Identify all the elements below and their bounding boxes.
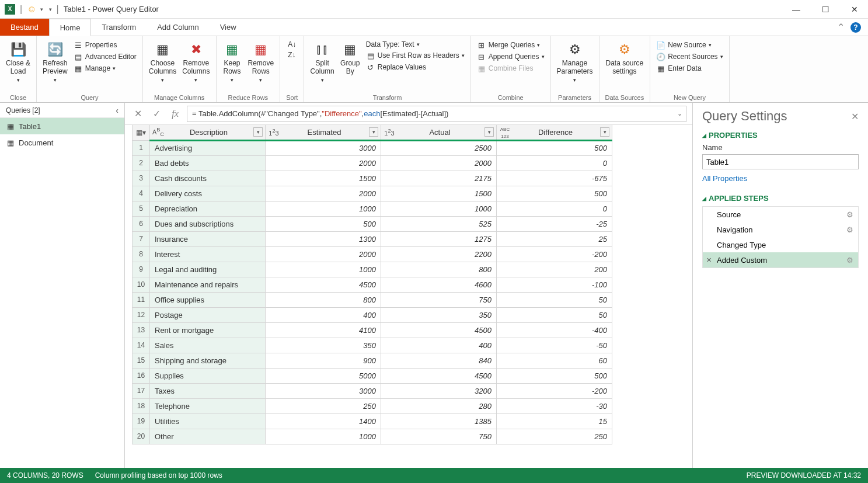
cell-estimated[interactable]: 2000 (266, 246, 381, 262)
recent-sources-button[interactable]: 🕘Recent Sources ▾ (656, 51, 723, 62)
split-column-button[interactable]: ⫿⫿Split Column▾ (310, 39, 334, 83)
row-number[interactable]: 11 (133, 292, 150, 307)
formula-input[interactable]: = Table.AddColumn(#"Changed Type", "Diff… (187, 106, 686, 122)
cell-description[interactable]: Shipping and storage (150, 353, 266, 368)
row-number[interactable]: 3 (133, 171, 150, 186)
applied-steps-header[interactable]: APPLIED STEPS (702, 194, 859, 203)
cell-actual[interactable]: 3200 (381, 383, 497, 398)
cell-actual[interactable]: 4500 (381, 322, 497, 338)
cancel-formula-button[interactable]: ✕ (131, 107, 145, 121)
cell-difference[interactable]: -30 (497, 398, 612, 413)
cell-estimated[interactable]: 400 (266, 307, 381, 322)
row-number[interactable]: 9 (133, 262, 150, 277)
cell-difference[interactable]: -400 (497, 322, 612, 338)
table-row[interactable]: 6Dues and subscriptions500525-25 (133, 216, 612, 231)
query-item-table1[interactable]: ▦ Table1 (0, 118, 124, 134)
cell-description[interactable]: Postage (150, 307, 266, 322)
table-row[interactable]: 14Sales350400-50 (133, 338, 612, 353)
help-icon[interactable]: ? (850, 22, 861, 33)
column-header-diff[interactable]: ABC123Difference▾ (497, 125, 612, 140)
cell-estimated[interactable]: 1300 (266, 231, 381, 246)
cell-estimated[interactable]: 1000 (266, 429, 381, 444)
table-row[interactable]: 18Telephone250280-30 (133, 398, 612, 413)
row-number[interactable]: 16 (133, 368, 150, 383)
properties-button[interactable]: ☰Properties (74, 40, 137, 50)
cell-actual[interactable]: 2000 (381, 155, 497, 171)
cell-difference[interactable]: -100 (497, 277, 612, 292)
cell-description[interactable]: Office supplies (150, 292, 266, 307)
row-number[interactable]: 7 (133, 231, 150, 246)
type-icon[interactable]: ABC123 (499, 125, 511, 139)
manage-button[interactable]: ▦Manage ▾ (74, 63, 137, 74)
manage-parameters-button[interactable]: ⚙Manage Parameters▾ (557, 39, 593, 83)
cell-difference[interactable]: 0 (497, 155, 612, 171)
cell-actual[interactable]: 2500 (381, 140, 497, 155)
row-number[interactable]: 8 (133, 246, 150, 262)
cell-description[interactable]: Interest (150, 246, 266, 262)
row-number[interactable]: 5 (133, 201, 150, 216)
cell-actual[interactable]: 1500 (381, 186, 497, 201)
table-row[interactable]: 20Other1000750250 (133, 429, 612, 444)
cell-description[interactable]: Sales (150, 338, 266, 353)
filter-icon[interactable]: ▾ (484, 127, 494, 137)
qat-customize-icon[interactable]: ▾ (49, 6, 52, 12)
cell-description[interactable]: Legal and auditing (150, 262, 266, 277)
cell-estimated[interactable]: 2000 (266, 155, 381, 171)
table-row[interactable]: 2Bad debts200020000 (133, 155, 612, 171)
row-number[interactable]: 13 (133, 322, 150, 338)
cell-actual[interactable]: 525 (381, 216, 497, 231)
cell-estimated[interactable]: 5000 (266, 368, 381, 383)
cell-actual[interactable]: 750 (381, 292, 497, 307)
filter-icon[interactable]: ▾ (369, 127, 378, 137)
accept-formula-button[interactable]: ✓ (149, 107, 163, 121)
close-load-button[interactable]: 💾 Close & Load ▾ (6, 39, 30, 83)
applied-step[interactable]: Changed Type (703, 237, 858, 252)
cell-description[interactable]: Utilities (150, 413, 266, 429)
column-header-act[interactable]: 123Actual▾ (381, 125, 497, 140)
applied-step[interactable]: Source⚙ (703, 207, 858, 222)
cell-actual[interactable]: 4600 (381, 277, 497, 292)
cell-difference[interactable]: -200 (497, 383, 612, 398)
cell-actual[interactable]: 1275 (381, 231, 497, 246)
cell-description[interactable]: Maintenance and repairs (150, 277, 266, 292)
cell-difference[interactable]: 500 (497, 140, 612, 155)
row-number[interactable]: 1 (133, 140, 150, 155)
table-row[interactable]: 5Depreciation100010000 (133, 201, 612, 216)
cell-actual[interactable]: 1000 (381, 201, 497, 216)
tab-view[interactable]: View (210, 19, 247, 36)
cell-estimated[interactable]: 1500 (266, 171, 381, 186)
remove-columns-button[interactable]: ✖Remove Columns▾ (182, 39, 210, 83)
cell-actual[interactable]: 350 (381, 307, 497, 322)
enter-data-button[interactable]: ▦Enter Data (656, 63, 723, 74)
cell-difference[interactable]: 50 (497, 292, 612, 307)
status-profiling[interactable]: Column profiling based on top 1000 rows (95, 471, 222, 479)
cell-description[interactable]: Other (150, 429, 266, 444)
applied-step[interactable]: Added Custom⚙ (703, 252, 858, 267)
smiley-icon[interactable]: ☺ (27, 4, 36, 15)
column-header-desc[interactable]: ABCDescription▾ (150, 125, 266, 140)
advanced-editor-button[interactable]: ▤Advanced Editor (74, 51, 137, 62)
cell-description[interactable]: Cash discounts (150, 171, 266, 186)
remove-rows-button[interactable]: ▦Remove Rows▾ (248, 39, 274, 83)
collapse-queries-icon[interactable]: ‹ (116, 106, 118, 115)
all-properties-link[interactable]: All Properties (702, 174, 747, 183)
row-number[interactable]: 20 (133, 429, 150, 444)
table-row[interactable]: 4Delivery costs20001500500 (133, 186, 612, 201)
merge-queries-button[interactable]: ⊞Merge Queries ▾ (477, 40, 545, 50)
gear-icon[interactable]: ⚙ (846, 225, 853, 234)
column-header-est[interactable]: 123Estimated▾ (266, 125, 381, 140)
cell-description[interactable]: Supplies (150, 368, 266, 383)
cell-difference[interactable]: 50 (497, 307, 612, 322)
refresh-preview-button[interactable]: 🔄 Refresh Preview ▾ (43, 39, 68, 83)
table-row[interactable]: 16Supplies50004500500 (133, 368, 612, 383)
cell-estimated[interactable]: 3000 (266, 140, 381, 155)
applied-step[interactable]: Navigation⚙ (703, 222, 858, 237)
cell-description[interactable]: Advertising (150, 140, 266, 155)
cell-difference[interactable]: 15 (497, 413, 612, 429)
formula-expand-icon[interactable]: ⌄ (677, 110, 682, 117)
new-source-button[interactable]: 📄New Source ▾ (656, 40, 723, 50)
cell-difference[interactable]: 200 (497, 262, 612, 277)
data-grid[interactable]: ▦▾ ABCDescription▾123Estimated▾123Actual… (125, 125, 692, 468)
row-number[interactable]: 10 (133, 277, 150, 292)
cell-difference[interactable]: -200 (497, 246, 612, 262)
